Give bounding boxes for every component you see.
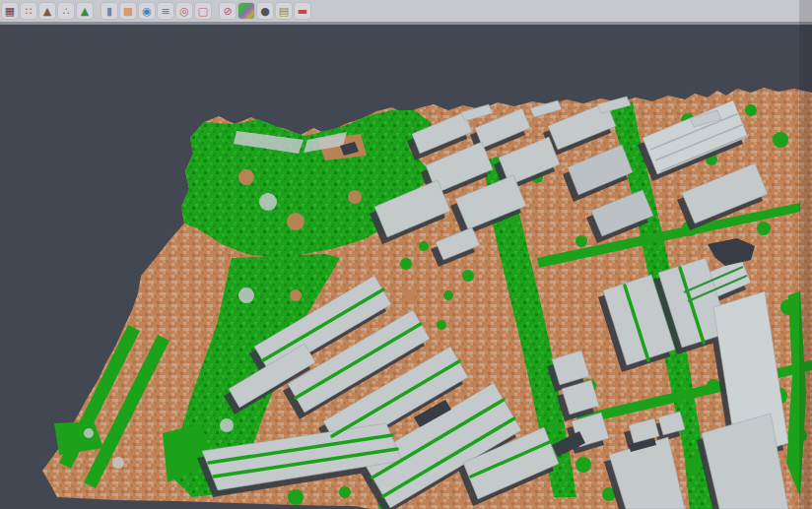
clip-region-icon-glyph: ⊘ bbox=[223, 6, 232, 17]
snapshot-icon-glyph: ● bbox=[260, 6, 270, 17]
zoom-extent-icon[interactable]: ▢ bbox=[195, 3, 211, 19]
ground-points-icon[interactable]: ∴ bbox=[58, 3, 74, 19]
area-selection-icon-glyph: ■ bbox=[123, 6, 133, 17]
classified-cloud-icon[interactable] bbox=[238, 3, 254, 19]
toolbar-group-3: ⊘●▤▬ bbox=[220, 3, 310, 19]
main-toolbar: ▦∷▲∴▲▮■◉≡◎▢⊘●▤▬ bbox=[0, 0, 812, 25]
circle-select-icon[interactable]: ◎ bbox=[176, 3, 192, 19]
terrain-model-icon-glyph: ▲ bbox=[43, 6, 51, 17]
toolbar-group-2: ▮■◉≡◎▢ bbox=[102, 3, 211, 19]
globe-view-icon-glyph: ◉ bbox=[142, 6, 152, 17]
viewport-3d[interactable] bbox=[0, 0, 812, 509]
snapshot-icon[interactable]: ● bbox=[257, 3, 273, 19]
open-project-icon[interactable]: ▦ bbox=[2, 3, 18, 19]
flag-marker-icon-glyph: ▬ bbox=[298, 6, 307, 17]
clip-region-icon[interactable]: ⊘ bbox=[220, 3, 236, 19]
profile-view-icon[interactable]: ▮ bbox=[102, 3, 117, 19]
classify-points-icon-glyph: ∷ bbox=[26, 6, 33, 17]
vegetation-extraction-icon-glyph: ▲ bbox=[81, 6, 89, 17]
open-project-icon-glyph: ▦ bbox=[5, 6, 15, 17]
flag-marker-icon[interactable]: ▬ bbox=[295, 3, 310, 19]
toolbar-group-1: ▦∷▲∴▲ bbox=[2, 3, 93, 19]
layer-stack-icon[interactable]: ≡ bbox=[158, 3, 173, 19]
zoom-extent-icon-glyph: ▢ bbox=[198, 6, 208, 17]
vegetation-extraction-icon[interactable]: ▲ bbox=[77, 3, 93, 19]
profile-view-icon-glyph: ▮ bbox=[106, 6, 112, 17]
classify-points-icon[interactable]: ∷ bbox=[21, 3, 36, 19]
ground-points-icon-glyph: ∴ bbox=[63, 6, 70, 17]
layer-stack-icon-glyph: ≡ bbox=[161, 6, 169, 17]
terrain-model-icon[interactable]: ▲ bbox=[39, 3, 55, 19]
scene-canvas bbox=[0, 0, 812, 509]
report-icon[interactable]: ▤ bbox=[276, 3, 292, 19]
area-selection-icon[interactable]: ■ bbox=[120, 3, 136, 19]
report-icon-glyph: ▤ bbox=[279, 6, 289, 17]
window-edge-strip bbox=[799, 0, 812, 509]
globe-view-icon[interactable]: ◉ bbox=[139, 3, 155, 19]
circle-select-icon-glyph: ◎ bbox=[179, 6, 189, 17]
